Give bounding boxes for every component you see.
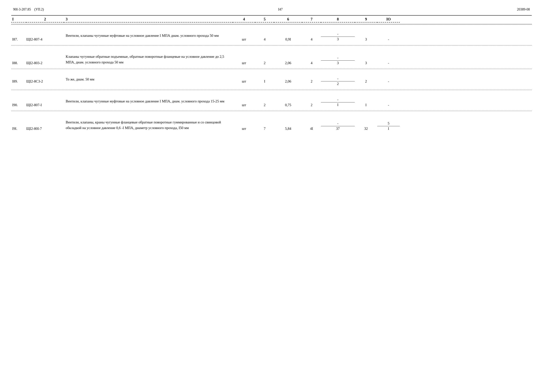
cell-col9: I <box>355 103 377 107</box>
cell-num: I89. <box>11 79 26 84</box>
cell-col5: 7 <box>255 127 274 131</box>
header-left: 90I-3-207.85 (УП.2) <box>13 7 44 11</box>
col-header-4: 4 <box>233 17 255 22</box>
cell-desc: То же, диам. 50 мм <box>64 77 233 82</box>
cell-col8: - 2 <box>321 77 355 86</box>
cell-unit: шт <box>233 61 255 65</box>
cell-col6: 2,06 <box>274 79 302 84</box>
col-header-5: 5 <box>255 17 274 22</box>
cell-col10: - <box>377 79 400 84</box>
cell-code: ЩI2-807-4 <box>26 37 64 41</box>
header-center: I47 <box>278 7 283 11</box>
table-row: I9I. ЩI2-80I-7 Вентили, клапаны, краны ч… <box>11 111 532 135</box>
cell-num: I88. <box>11 61 26 65</box>
cell-col10: - <box>377 61 400 65</box>
col-header-9: 9 <box>355 17 377 22</box>
cell-col6: 2,06 <box>274 61 302 65</box>
col-header-2: 2 <box>26 17 64 22</box>
cell-col10: - <box>377 103 400 107</box>
col-header-6: 6 <box>274 17 302 22</box>
col-header-10: IO <box>377 17 400 22</box>
cell-col9: 32 <box>355 127 377 131</box>
cell-col9: 3 <box>355 61 377 65</box>
cell-col5: 2 <box>255 103 274 107</box>
cell-col9: 3 <box>355 37 377 41</box>
cell-unit: шт <box>233 127 255 131</box>
cell-col5: I <box>255 79 274 84</box>
cell-unit: шт <box>233 37 255 41</box>
cell-col8: - 3 <box>321 32 355 41</box>
cell-code: ЩI2-8С3-2 <box>26 79 64 84</box>
cell-col5: 4 <box>255 37 274 41</box>
table-row: I88. ЩI2-803-2 Клапаны чугунные обратные… <box>11 45 532 69</box>
col-header-1: I <box>11 17 26 22</box>
cell-col5: 2 <box>255 61 274 65</box>
cell-col8: - 3 <box>321 56 355 65</box>
cell-col6: 0,75 <box>274 103 302 107</box>
cell-col7: 2 <box>302 79 321 84</box>
cell-desc: Вентили, клапаны чугунные муфтовые на ус… <box>64 32 233 39</box>
cell-num: I87. <box>11 37 26 41</box>
cell-col8: - I <box>321 98 355 107</box>
cell-desc: Вентили, клапаны чугунные муфтовые на ус… <box>64 98 233 104</box>
cell-col6: 5,84 <box>274 127 302 131</box>
column-headers: I 2 3 4 5 6 7 8 9 IO <box>11 15 532 24</box>
table-body: I87. ЩI2-807-4 Вентили, клапаны чугунные… <box>11 24 532 134</box>
col-header-7: 7 <box>302 17 321 22</box>
table-row: I87. ЩI2-807-4 Вентили, клапаны чугунные… <box>11 24 532 45</box>
table-row: I89. ЩI2-8С3-2 То же, диам. 50 мм шт I 2… <box>11 69 532 90</box>
cell-col7: 4I <box>302 127 321 131</box>
cell-col7: 4 <box>302 61 321 65</box>
header-row: 90I-3-207.85 (УП.2) I47 20389-08 <box>11 7 532 11</box>
cell-desc: Вентили, клапаны, краны чугунные фланцев… <box>64 118 233 131</box>
cell-col9: 2 <box>355 79 377 84</box>
col-header-8: 8 <box>321 17 355 22</box>
table-row: I90. ЩI2-807-I Вентили, клапаны чугунные… <box>11 90 532 111</box>
cell-col6: 0,9I <box>274 37 302 41</box>
cell-col8: - 37 <box>321 121 355 131</box>
cell-unit: шт <box>233 79 255 84</box>
cell-code: ЩI2-80I-7 <box>26 127 64 131</box>
cell-num: I90. <box>11 103 26 107</box>
cell-desc: Клапаны чугунные обратные подъемные, обр… <box>64 53 233 65</box>
col-header-3: 3 <box>64 17 233 22</box>
cell-num: I9I. <box>11 127 26 131</box>
cell-col7: 4 <box>302 37 321 41</box>
cell-unit: шт <box>233 103 255 107</box>
cell-col10: - <box>377 37 400 41</box>
header-right: 20389-08 <box>517 7 530 11</box>
cell-code: ЩI2-803-2 <box>26 61 64 65</box>
cell-code: ЩI2-807-I <box>26 103 64 107</box>
cell-col7: 2 <box>302 103 321 107</box>
cell-col10: 5 I <box>377 121 400 131</box>
